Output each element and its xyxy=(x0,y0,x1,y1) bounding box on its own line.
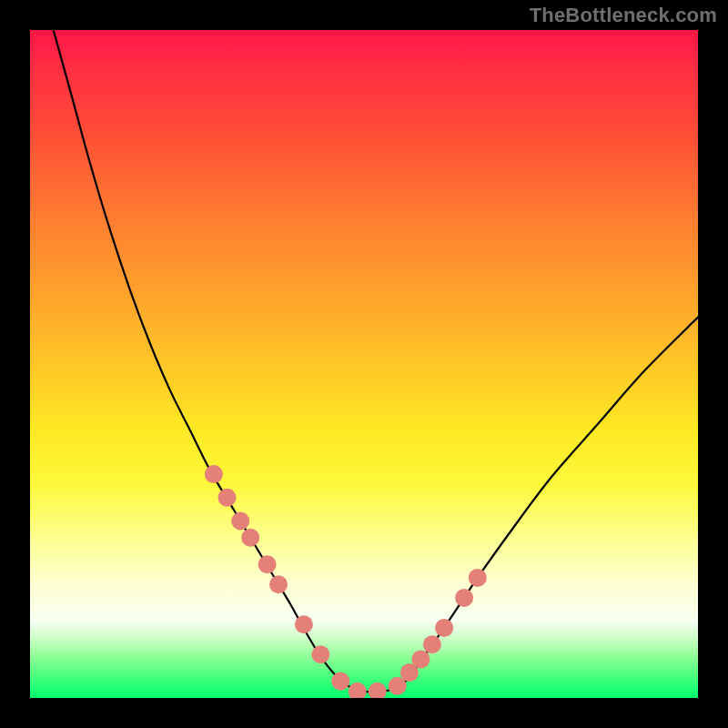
highlight-dot xyxy=(269,575,288,593)
highlight-dot xyxy=(231,512,249,531)
highlight-dot xyxy=(258,555,277,573)
highlight-dot xyxy=(469,569,487,587)
highlight-dot xyxy=(455,589,473,607)
chart-frame: TheBottleneck.com xyxy=(0,0,728,728)
highlight-dot xyxy=(205,465,223,483)
plot-area xyxy=(30,30,698,698)
chart-svg xyxy=(30,30,698,698)
highlight-dot xyxy=(369,682,387,698)
highlight-dot xyxy=(435,619,453,637)
highlight-dot xyxy=(411,650,430,668)
highlight-dot xyxy=(218,489,237,507)
highlight-dot xyxy=(331,672,349,691)
highlight-dot xyxy=(349,682,367,698)
highlight-dot xyxy=(241,529,259,547)
watermark-text: TheBottleneck.com xyxy=(530,4,717,27)
highlight-dots xyxy=(205,465,487,698)
highlight-dot xyxy=(295,615,313,633)
highlight-dot xyxy=(423,635,441,653)
bottleneck-curve xyxy=(54,30,698,693)
highlight-dot xyxy=(311,645,329,663)
